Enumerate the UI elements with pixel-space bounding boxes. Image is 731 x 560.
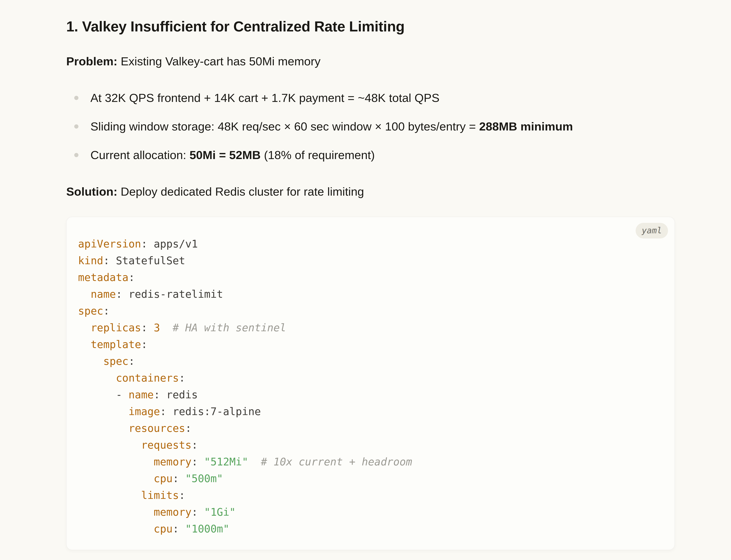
document-body: 1. Valkey Insufficient for Centralized R…	[0, 0, 731, 550]
code-block: yaml apiVersion: apps/v1kind: StatefulSe…	[66, 217, 675, 550]
bullet-list: At 32K QPS frontend + 14K cart + 1.7K pa…	[66, 90, 675, 163]
list-item: Sliding window storage: 48K req/sec × 60…	[66, 119, 675, 134]
yaml-code-content: apiVersion: apps/v1kind: StatefulSetmeta…	[78, 235, 663, 537]
code-language-badge: yaml	[636, 223, 668, 238]
code-line: memory: "512Mi" # 10x current + headroom	[78, 453, 663, 470]
code-line: metadata:	[78, 269, 663, 286]
list-item: At 32K QPS frontend + 14K cart + 1.7K pa…	[66, 90, 675, 106]
code-line: spec:	[78, 302, 663, 319]
list-item: Current allocation: 50Mi = 52MB (18% of …	[66, 147, 675, 163]
page: { "doc": { "heading": "1. Valkey Insuffi…	[0, 0, 731, 560]
code-line: containers:	[78, 370, 663, 386]
code-line: resources:	[78, 420, 663, 437]
code-line: name: redis-ratelimit	[78, 286, 663, 302]
bullet-text-after: (18% of requirement)	[261, 148, 375, 162]
solution-label: Solution:	[66, 185, 118, 198]
yaml-code: apiVersion: apps/v1kind: StatefulSetmeta…	[78, 235, 663, 537]
section-heading: 1. Valkey Insufficient for Centralized R…	[66, 18, 675, 35]
bullet-bold-text: 288MB minimum	[479, 120, 573, 133]
code-line: spec:	[78, 353, 663, 370]
problem-text: Existing Valkey-cart has 50Mi memory	[118, 55, 321, 68]
bullet-text: Current allocation:	[90, 148, 189, 162]
bullet-bold-text: 50Mi = 52MB	[189, 148, 261, 162]
code-line: cpu: "1000m"	[78, 520, 663, 537]
code-line: limits:	[78, 487, 663, 504]
bullet-text: Sliding window storage: 48K req/sec × 60…	[90, 120, 479, 133]
problem-label: Problem:	[66, 55, 118, 68]
code-line: kind: StatefulSet	[78, 252, 663, 269]
code-line: requests:	[78, 437, 663, 453]
code-line: apiVersion: apps/v1	[78, 235, 663, 252]
code-line: cpu: "500m"	[78, 470, 663, 487]
code-line: replicas: 3 # HA with sentinel	[78, 319, 663, 336]
solution-paragraph: Solution: Deploy dedicated Redis cluster…	[66, 184, 675, 199]
problem-paragraph: Problem: Existing Valkey-cart has 50Mi m…	[66, 54, 675, 69]
code-line: template:	[78, 336, 663, 353]
code-line: memory: "1Gi"	[78, 504, 663, 520]
solution-text: Deploy dedicated Redis cluster for rate …	[118, 185, 364, 198]
code-line: - name: redis	[78, 386, 663, 403]
code-line: image: redis:7-alpine	[78, 403, 663, 420]
bullet-text: At 32K QPS frontend + 14K cart + 1.7K pa…	[90, 91, 439, 104]
